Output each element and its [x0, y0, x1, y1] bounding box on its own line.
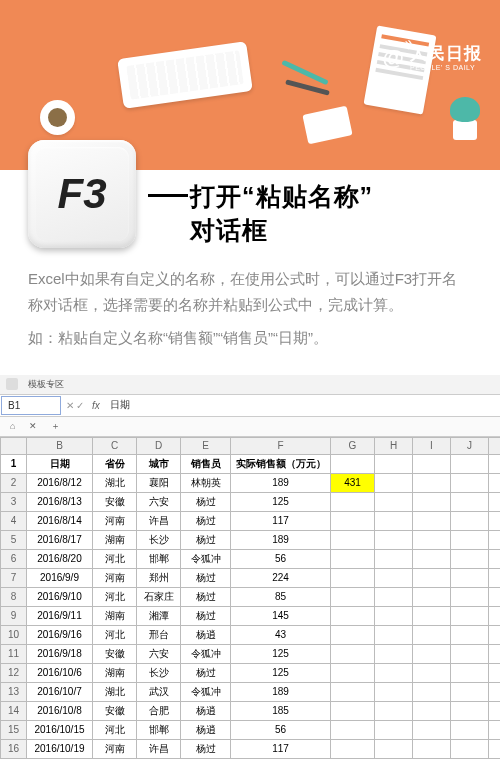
table-row[interactable]: 92016/9/11湖南湘潭杨过145 — [1, 606, 501, 625]
cell[interactable] — [451, 644, 489, 663]
cell[interactable]: 117 — [231, 739, 331, 758]
cell[interactable] — [413, 549, 451, 568]
cell[interactable] — [413, 682, 451, 701]
cell[interactable]: 邯郸 — [137, 720, 181, 739]
cell[interactable] — [489, 625, 501, 644]
table-row[interactable]: 162016/10/19河南许昌杨过117 — [1, 739, 501, 758]
cell[interactable] — [331, 739, 375, 758]
cell[interactable]: 令狐冲 — [181, 549, 231, 568]
cell[interactable] — [451, 720, 489, 739]
row-header[interactable]: 8 — [1, 587, 27, 606]
cell[interactable]: 林朝英 — [181, 473, 231, 492]
column-header[interactable]: G — [331, 437, 375, 454]
cell[interactable]: 襄阳 — [137, 473, 181, 492]
cell[interactable] — [331, 454, 375, 473]
cell[interactable]: 六安 — [137, 644, 181, 663]
spreadsheet-grid[interactable]: BCDEFGHIJK 1日期省份城市销售员实际销售额（万元）22016/8/12… — [0, 437, 500, 759]
cell[interactable] — [413, 511, 451, 530]
column-headers[interactable]: BCDEFGHIJK — [1, 437, 501, 454]
cell[interactable] — [331, 663, 375, 682]
cell[interactable] — [451, 549, 489, 568]
cell[interactable] — [375, 625, 413, 644]
cell[interactable] — [489, 587, 501, 606]
cell[interactable]: 六安 — [137, 492, 181, 511]
column-header[interactable]: J — [451, 437, 489, 454]
cell[interactable] — [413, 473, 451, 492]
table-row[interactable]: 42016/8/14河南许昌杨过117 — [1, 511, 501, 530]
cell[interactable] — [375, 739, 413, 758]
cell[interactable] — [489, 663, 501, 682]
cell[interactable]: 85 — [231, 587, 331, 606]
cell[interactable] — [413, 739, 451, 758]
result-cell[interactable]: 431 — [331, 473, 375, 492]
cell[interactable]: 杨过 — [181, 739, 231, 758]
cell[interactable]: 杨过 — [181, 587, 231, 606]
row-header[interactable]: 1 — [1, 454, 27, 473]
table-row[interactable]: 72016/9/9河南郑州杨过224 — [1, 568, 501, 587]
cell[interactable] — [451, 587, 489, 606]
table-row[interactable]: 112016/9/18安徽六安令狐冲125 — [1, 644, 501, 663]
cell[interactable]: 杨过 — [181, 568, 231, 587]
cell[interactable] — [331, 682, 375, 701]
cell[interactable]: 145 — [231, 606, 331, 625]
cell[interactable] — [413, 663, 451, 682]
name-box[interactable]: B1 — [1, 396, 61, 415]
cell[interactable] — [375, 701, 413, 720]
cell[interactable] — [451, 625, 489, 644]
close-tab-icon[interactable]: ✕ — [25, 420, 41, 432]
cell[interactable] — [375, 530, 413, 549]
cell[interactable]: 2016/8/14 — [27, 511, 93, 530]
cell[interactable] — [375, 511, 413, 530]
cell[interactable]: 2016/10/15 — [27, 720, 93, 739]
cell[interactable]: 湖南 — [93, 530, 137, 549]
cell[interactable] — [451, 568, 489, 587]
cell[interactable] — [375, 606, 413, 625]
cell[interactable]: 河北 — [93, 587, 137, 606]
header-cell[interactable]: 日期 — [27, 454, 93, 473]
cell[interactable]: 安徽 — [93, 492, 137, 511]
cell[interactable] — [331, 568, 375, 587]
cell[interactable] — [331, 549, 375, 568]
column-header[interactable]: C — [93, 437, 137, 454]
cell[interactable] — [413, 625, 451, 644]
cell[interactable] — [375, 682, 413, 701]
cell[interactable]: 长沙 — [137, 663, 181, 682]
cell[interactable]: 189 — [231, 473, 331, 492]
cell[interactable]: 224 — [231, 568, 331, 587]
table-row[interactable]: 32016/8/13安徽六安杨过125 — [1, 492, 501, 511]
cell[interactable]: 2016/8/13 — [27, 492, 93, 511]
table-row[interactable]: 52016/8/17湖南长沙杨过189 — [1, 530, 501, 549]
table-row[interactable]: 22016/8/12湖北襄阳林朝英189431 — [1, 473, 501, 492]
cell[interactable]: 许昌 — [137, 511, 181, 530]
cell[interactable]: 湖南 — [93, 606, 137, 625]
cell[interactable] — [489, 549, 501, 568]
add-tab-icon[interactable]: ＋ — [47, 419, 64, 434]
cell[interactable]: 令狐冲 — [181, 682, 231, 701]
row-header[interactable]: 2 — [1, 473, 27, 492]
table-row[interactable]: 142016/10/8安徽合肥杨逍185 — [1, 701, 501, 720]
cell[interactable]: 2016/10/6 — [27, 663, 93, 682]
cell[interactable] — [331, 701, 375, 720]
cell[interactable] — [375, 492, 413, 511]
table-row[interactable]: 122016/10/6湖南长沙杨过125 — [1, 663, 501, 682]
cell[interactable]: 2016/10/7 — [27, 682, 93, 701]
cell[interactable]: 郑州 — [137, 568, 181, 587]
cell[interactable]: 2016/9/18 — [27, 644, 93, 663]
cell[interactable] — [451, 663, 489, 682]
cell[interactable] — [331, 511, 375, 530]
cell[interactable]: 56 — [231, 720, 331, 739]
cell[interactable] — [413, 644, 451, 663]
cell[interactable]: 河北 — [93, 625, 137, 644]
cell[interactable] — [451, 530, 489, 549]
cell[interactable] — [489, 530, 501, 549]
cell[interactable] — [375, 454, 413, 473]
cell[interactable] — [413, 606, 451, 625]
cell[interactable] — [331, 606, 375, 625]
row-header[interactable]: 13 — [1, 682, 27, 701]
cell[interactable] — [489, 720, 501, 739]
table-row[interactable]: 1日期省份城市销售员实际销售额（万元） — [1, 454, 501, 473]
cell[interactable] — [331, 587, 375, 606]
row-header[interactable]: 5 — [1, 530, 27, 549]
column-header[interactable]: F — [231, 437, 331, 454]
cell[interactable] — [489, 682, 501, 701]
